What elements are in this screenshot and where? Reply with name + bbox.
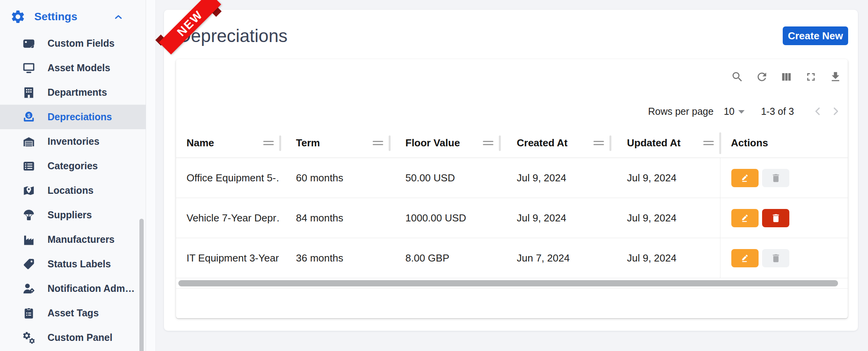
sidebar-item-departments[interactable]: Departments (0, 80, 146, 105)
sidebar-item-label: Notification Adm… (48, 283, 135, 294)
cell-created-at: Jun 7, 2024 (500, 238, 610, 278)
sidebar-item-label: Inventories (48, 136, 99, 147)
sidebar-item-label: Departments (48, 87, 107, 98)
column-header-floor-value[interactable]: Floor Value (389, 128, 500, 158)
grid-toolbar (176, 59, 848, 94)
drag-handle-icon[interactable] (483, 141, 493, 147)
sidebar-item-manufacturers[interactable]: Manufacturers (0, 227, 146, 252)
previous-page-button[interactable] (809, 102, 827, 120)
sidebar-item-label: Depreciations (48, 111, 112, 123)
sidebar-menu: Custom Fields Asset Models Departments $… (0, 31, 146, 350)
delete-button[interactable] (762, 249, 789, 267)
pencil-icon (740, 253, 750, 263)
sidebar-item-asset-tags[interactable]: Asset Tags (0, 301, 146, 325)
sidebar-item-label: Manufacturers (48, 234, 114, 245)
scrollbar-thumb[interactable] (178, 280, 838, 286)
table-header-row: Name Term Floor Value Created At Updated… (176, 128, 848, 158)
sidebar-item-label: Categories (48, 160, 98, 172)
delete-button[interactable] (762, 209, 789, 227)
suppliers-icon (22, 208, 36, 222)
gear-icon (10, 9, 26, 25)
cell-floor-value: 1000.00 USD (389, 198, 500, 238)
cell-name: Vehicle 7-Year Depr… (176, 198, 280, 238)
sidebar-item-label: Asset Tags (48, 307, 99, 319)
sidebar-item-status-labels[interactable]: Status Labels (0, 252, 146, 276)
sidebar-item-label: Custom Fields (48, 38, 114, 49)
sidebar-scrollbar[interactable] (139, 219, 144, 351)
sidebar-item-label: Locations (48, 185, 93, 196)
app-window: Settings Custom Fields Asset Models Depa… (0, 0, 868, 351)
table-row[interactable]: Office Equipment 5-… 60 months 50.00 USD… (176, 158, 848, 198)
column-header-updated-at[interactable]: Updated At (610, 128, 720, 158)
search-icon[interactable] (730, 70, 744, 84)
column-header-term[interactable]: Term (280, 128, 389, 158)
pencil-icon (740, 213, 750, 223)
cell-floor-value: 50.00 USD (389, 158, 500, 198)
sidebar-item-asset-models[interactable]: Asset Models (0, 56, 146, 80)
trash-icon (771, 213, 781, 223)
rows-per-page-select[interactable]: 10 (724, 106, 745, 117)
notification-admin-icon (22, 282, 36, 296)
delete-button[interactable] (762, 169, 789, 187)
column-header-name[interactable]: Name (176, 128, 280, 158)
sidebar-item-suppliers[interactable]: Suppliers (0, 203, 146, 227)
inventories-icon (22, 135, 36, 149)
sidebar-item-locations[interactable]: Locations (0, 178, 146, 203)
asset-tags-icon (22, 306, 36, 320)
drag-handle-icon[interactable] (263, 141, 274, 147)
pagination-range: 1-3 of 3 (761, 106, 794, 117)
sidebar-item-notification-admins[interactable]: Notification Adm… (0, 276, 146, 301)
sidebar-item-custom-fields[interactable]: Custom Fields (0, 31, 146, 56)
column-header-actions: Actions (720, 128, 848, 158)
edit-button[interactable] (731, 209, 759, 227)
sidebar-item-custom-panel[interactable]: Custom Panel (0, 325, 146, 350)
caret-down-icon (738, 110, 745, 114)
sidebar-item-inventories[interactable]: Inventories (0, 129, 146, 154)
drag-handle-icon[interactable] (373, 141, 383, 147)
settings-sidebar: Settings Custom Fields Asset Models Depa… (0, 0, 146, 351)
fullscreen-icon[interactable] (804, 70, 818, 84)
custom-panel-icon (22, 331, 36, 345)
departments-icon (22, 86, 36, 100)
cell-updated-at: Jul 9, 2024 (610, 198, 720, 238)
rows-per-page-value: 10 (724, 106, 734, 117)
grid-pagination: Rows per page 10 1-3 of 3 (176, 94, 848, 128)
cell-term: 60 months (280, 158, 389, 198)
sidebar-item-label: Asset Models (48, 62, 110, 74)
sidebar-header-settings[interactable]: Settings (0, 6, 146, 27)
depreciations-page-card: NEW Depreciations Create New Rows per pa… (164, 10, 858, 331)
cell-name: IT Equipment 3-Year… (176, 238, 280, 278)
sidebar-item-depreciations[interactable]: $ Depreciations (0, 105, 146, 129)
table-row[interactable]: IT Equipment 3-Year… 36 months 8.00 GBP … (176, 238, 848, 278)
table-row[interactable]: Vehicle 7-Year Depr… 84 months 1000.00 U… (176, 198, 848, 238)
cell-created-at: Jul 9, 2024 (500, 198, 610, 238)
sidebar-item-label: Suppliers (48, 209, 92, 221)
columns-icon[interactable] (779, 70, 793, 84)
download-icon[interactable] (828, 70, 842, 84)
trash-icon (771, 253, 781, 263)
manufacturers-icon (22, 233, 36, 247)
edit-button[interactable] (731, 249, 759, 267)
trash-icon (771, 173, 781, 183)
column-header-created-at[interactable]: Created At (500, 128, 610, 158)
sidebar-header-label: Settings (34, 11, 77, 23)
table-horizontal-scrollbar (176, 278, 848, 289)
categories-icon (22, 159, 36, 173)
asset-models-icon (22, 61, 36, 75)
cell-actions (720, 238, 848, 278)
drag-handle-icon[interactable] (593, 141, 604, 147)
svg-text:$: $ (27, 112, 30, 118)
create-new-button[interactable]: Create New (783, 26, 848, 45)
cell-updated-at: Jul 9, 2024 (610, 238, 720, 278)
cell-created-at: Jul 9, 2024 (500, 158, 610, 198)
chevron-up-icon[interactable] (113, 12, 124, 23)
rows-per-page-label: Rows per page (648, 106, 713, 117)
status-labels-icon (22, 257, 36, 271)
edit-button[interactable] (731, 169, 759, 187)
sidebar-item-categories[interactable]: Categories (0, 154, 146, 178)
refresh-icon[interactable] (755, 70, 769, 84)
drag-handle-icon[interactable] (703, 141, 714, 147)
cell-term: 36 months (280, 238, 389, 278)
next-page-button[interactable] (827, 102, 845, 120)
pencil-icon (740, 173, 750, 183)
